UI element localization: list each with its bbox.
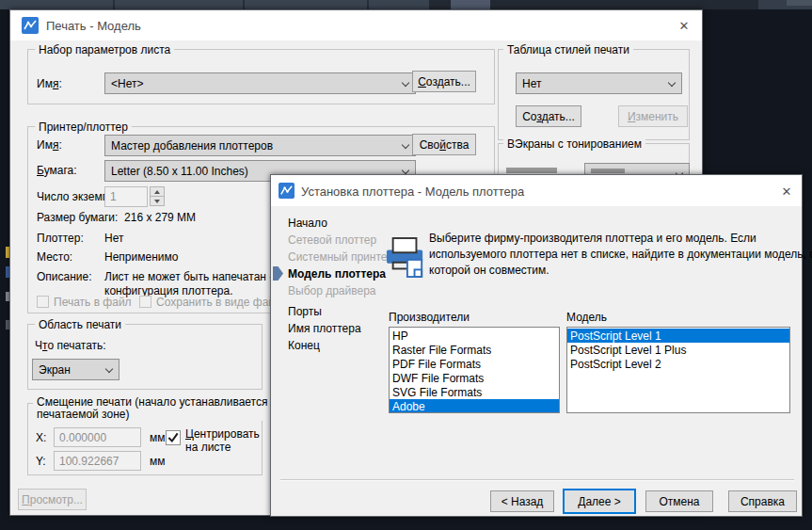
page-setup-group-label: Набор параметров листа — [35, 43, 174, 56]
page-setup-add-button[interactable]: Создать... — [412, 71, 476, 92]
where-label: Место: — [37, 250, 72, 264]
printer-name-combobox[interactable]: Мастер добавления плоттеров — [104, 135, 416, 156]
offset-x-unit: мм — [150, 431, 166, 444]
where-value: Неприменимо — [104, 250, 178, 264]
wizard-title: Установка плоттера - Модель плоттера — [301, 185, 524, 199]
center-on-page-checkbox[interactable] — [166, 430, 181, 445]
list-item[interactable]: PDF File Formats — [390, 357, 559, 371]
list-item[interactable]: HP — [390, 329, 559, 343]
plot-offset-group-label: Смещение печати (начало устанавливается … — [33, 396, 280, 421]
plot-style-new-button[interactable]: Создать... — [516, 105, 581, 127]
page-setup-name-combobox[interactable]: <Нет> — [104, 72, 416, 94]
manufacturers-label: Производители — [389, 311, 470, 324]
wizard-titlebar: Установка плоттера - Модель плоттера ✕ — [271, 175, 802, 206]
wizard-nav-ports[interactable]: Порты — [288, 305, 322, 318]
divider — [280, 479, 794, 481]
printer-group-label: Принтер/плоттер — [35, 120, 132, 134]
plot-app-icon — [279, 183, 295, 199]
ribbon-divider — [243, 0, 245, 9]
wizard-nav-driver-select: Выбор драйвера — [288, 284, 376, 297]
ribbon-corner — [787, 0, 812, 6]
plotter-wizard-dialog: Установка плоттера - Модель плоттера ✕ Н… — [270, 174, 803, 517]
description-value-line1: Лист не может быть напечатан - не — [104, 270, 289, 283]
autocad-screen: Печать - Модель ✕ Набор параметров листа… — [0, 0, 812, 530]
plot-to-file-label: Печать в файл — [54, 296, 132, 309]
copies-stepper[interactable] — [150, 186, 165, 206]
ribbon-light-tab — [451, 0, 490, 9]
paper-label: Бумага: — [37, 164, 77, 177]
ribbon-divider — [113, 0, 115, 9]
preview-button[interactable]: Просмотр... — [18, 489, 87, 510]
list-item-selected[interactable]: Adobe — [390, 399, 559, 413]
close-icon[interactable]: ✕ — [671, 15, 697, 36]
wizard-nav-plotter-name[interactable]: Имя плоттера — [288, 322, 361, 335]
shaded-viewports-group-label: ВЭкраны с тонированием — [503, 137, 645, 151]
print-dialog-titlebar: Печать - Модель ✕ — [10, 10, 702, 40]
wizard-nav-system-printer: Системный принтер — [288, 250, 393, 264]
copies-input[interactable]: 1 — [104, 186, 148, 207]
chevron-down-icon — [402, 167, 409, 174]
list-item-selected[interactable]: PostScript Level 1 — [567, 329, 789, 343]
printer-icon — [386, 235, 425, 284]
current-step-arrow-icon — [273, 266, 283, 281]
help-button[interactable]: Справка — [728, 490, 797, 512]
offset-y-input[interactable]: 100.922667 — [54, 451, 141, 471]
wizard-nav-network-plotter: Сетевой плоттер — [288, 233, 376, 247]
manufacturers-list[interactable]: HP Raster File Formats PDF File Formats … — [389, 327, 560, 413]
plot-to-file-checkbox[interactable] — [37, 296, 49, 308]
wizard-nav-plotter-model[interactable]: Модель плоттера — [288, 267, 386, 281]
offset-x-input[interactable]: 0.000000 — [54, 427, 141, 447]
next-button[interactable]: Далее > — [563, 489, 636, 514]
wizard-description: Выберите фирму-производителя плоттера и … — [429, 231, 812, 279]
plotter-label: Плоттер: — [37, 232, 84, 245]
offset-x-label: X: — [36, 431, 46, 444]
chevron-down-icon — [402, 79, 409, 87]
spin-down-icon[interactable] — [150, 196, 165, 206]
close-icon[interactable]: ✕ — [773, 181, 800, 201]
chevron-down-icon — [105, 365, 113, 373]
center-on-page-label-line2: на листе — [185, 441, 231, 454]
ribbon-strip — [0, 0, 812, 9]
list-item[interactable]: Raster File Formats — [390, 343, 559, 357]
list-item[interactable]: DWF File Formats — [390, 371, 559, 385]
wizard-nav-finish[interactable]: Конец — [288, 339, 320, 352]
printer-name-label: Имя: — [37, 138, 62, 152]
plot-style-group-label: Таблица стилей печати — [503, 43, 633, 56]
ribbon-divider — [367, 0, 369, 9]
offset-y-label: Y: — [36, 455, 46, 468]
offset-y-unit: мм — [150, 455, 166, 468]
list-item[interactable]: PostScript Level 2 — [567, 357, 789, 371]
models-list[interactable]: PostScript Level 1 PostScript Level 1 Pl… — [566, 327, 790, 413]
check-icon — [167, 431, 180, 444]
wizard-nav-begin[interactable]: Начало — [288, 217, 327, 230]
save-as-file-checkbox[interactable] — [139, 296, 151, 308]
description-label: Описание: — [37, 270, 92, 283]
paper-size-row: Размер бумаги: 216 x 279 ММ — [37, 211, 196, 224]
plot-style-combobox[interactable]: Нет — [516, 72, 682, 94]
print-dialog-title: Печать - Модель — [46, 19, 141, 33]
what-to-plot-combobox[interactable]: Экран — [32, 359, 119, 380]
chevron-down-icon — [402, 141, 409, 149]
cancel-button[interactable]: Отмена — [645, 490, 713, 512]
occluded-label-sliver — [506, 168, 557, 173]
plot-app-icon — [22, 17, 39, 34]
center-on-page-label-line1: Центрировать — [185, 427, 260, 441]
plot-area-group-label: Область печати — [35, 318, 125, 331]
what-to-plot-label: Что печатать: — [35, 339, 106, 352]
plotter-value: Нет — [104, 232, 123, 245]
printer-properties-button[interactable]: Свойства — [412, 134, 476, 155]
occluded-value-sliver — [591, 169, 625, 173]
plot-style-edit-button[interactable]: Изменить — [618, 105, 688, 127]
chevron-down-icon — [668, 79, 676, 87]
back-button[interactable]: < Назад — [490, 490, 554, 512]
list-item[interactable]: SVG File Formats — [390, 385, 559, 399]
list-item[interactable]: PostScript Level 1 Plus — [567, 343, 789, 357]
models-label: Модель — [566, 311, 607, 324]
page-setup-name-label: Имя: — [37, 77, 62, 90]
